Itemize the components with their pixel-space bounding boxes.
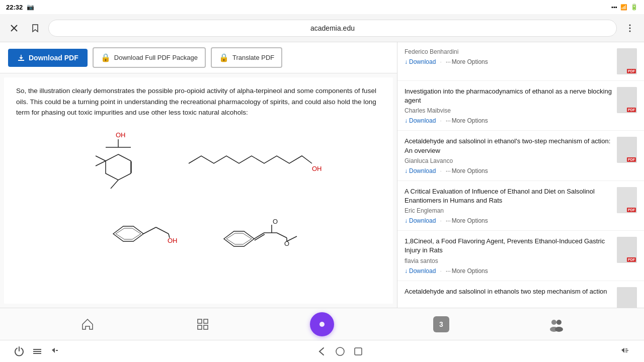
ref-1-more-btn[interactable]: ··· More Options [446, 117, 488, 124]
ref-header-thumbnail: PDF [617, 48, 637, 74]
svg-rect-50 [355, 348, 362, 355]
status-bar: 22:32 📷 ▪▪▪ 📶 🔋 [0, 0, 644, 14]
ref-2-download-btn[interactable]: ↓ Download [405, 167, 436, 174]
refs-panel: Federico Benhardini ↓ Download · ··· Mor… [397, 42, 644, 308]
ref-4-download-btn[interactable]: ↓ Download [405, 267, 436, 275]
ref-2-author: Gianluca Lavanco [405, 157, 612, 164]
ref-4-title: 1,8Cineol, a Food Flavoring Agent, Preve… [405, 237, 612, 255]
power-button[interactable] [10, 342, 28, 360]
home-nav-button[interactable] [331, 342, 349, 360]
time-display: 22:32 [6, 4, 23, 11]
svg-line-20 [143, 227, 156, 234]
svg-rect-37 [198, 325, 202, 329]
svg-rect-35 [198, 319, 202, 323]
svg-marker-19 [116, 228, 141, 239]
molecule-2-svg: OH [184, 146, 325, 176]
svg-point-3 [629, 27, 631, 29]
svg-point-40 [551, 320, 556, 325]
ref-4-more-btn[interactable]: ··· More Options [446, 267, 488, 275]
pdf-paragraph: So, the illustration clearly demonstrate… [16, 85, 381, 118]
pdf-toolbar: Download PDF 🔒 Download Full PDF Package… [0, 42, 397, 73]
svg-marker-12 [106, 154, 131, 180]
users-icon[interactable] [548, 316, 565, 332]
ref-2-title: Acetaldehyde and salsolinol in ethanol's… [405, 137, 612, 155]
ref-3-title: A Critical Evaluation of Influence of Et… [405, 187, 612, 205]
tabs-count: 3 [439, 320, 443, 328]
svg-line-14 [111, 180, 118, 189]
dock-users-item[interactable] [548, 316, 565, 332]
translate-label: Translate PDF [232, 54, 274, 61]
svg-rect-38 [204, 325, 208, 329]
ref-5-title: Acetaldehyde and salsolinol in ethanols … [405, 287, 612, 296]
download-full-label: Download Full PDF Package [114, 54, 198, 61]
download-full-button[interactable]: 🔒 Download Full PDF Package [93, 47, 206, 68]
home-icon[interactable] [79, 316, 96, 332]
layers-button[interactable] [28, 342, 46, 360]
ref-1-download-btn[interactable]: ↓ Download [405, 117, 436, 124]
dock-home-item[interactable] [79, 316, 96, 332]
dock-tabs-item[interactable]: 3 [433, 316, 449, 332]
browser-menu-button[interactable] [622, 20, 638, 36]
svg-point-39 [319, 322, 325, 327]
close-button[interactable] [6, 20, 22, 36]
ref-3-download-btn[interactable]: ↓ Download [405, 217, 436, 224]
address-bar[interactable]: academia.edu [48, 20, 617, 37]
svg-marker-25 [226, 233, 252, 244]
svg-line-16 [96, 161, 106, 166]
svg-text:OH: OH [116, 131, 126, 139]
download-arrow-icon: ↓ [405, 58, 408, 65]
ref-item-3: A Critical Evaluation of Influence of Et… [397, 181, 644, 231]
ref-item-2: Acetaldehyde and salsolinol in ethanol's… [397, 131, 644, 180]
svg-point-43 [555, 327, 563, 332]
ref-4-thumbnail: PDF [617, 237, 637, 263]
camera-button[interactable] [310, 312, 334, 336]
ref-header-more-btn[interactable]: ··· More Options [446, 58, 488, 65]
recent-apps-button[interactable] [349, 342, 367, 360]
lock-icon-translate: 🔒 [219, 53, 229, 62]
translate-button[interactable]: 🔒 Translate PDF [211, 47, 282, 68]
ref-2-more-btn[interactable]: ··· More Options [446, 167, 488, 174]
ref-5-thumbnail: PDF [617, 287, 637, 308]
ref-3-more-btn[interactable]: ··· More Options [446, 217, 488, 224]
ref-header-author: Federico Benhardini [405, 48, 612, 55]
back-button[interactable] [313, 342, 331, 360]
svg-point-4 [629, 30, 631, 32]
download-pdf-label: Download PDF [29, 54, 78, 62]
svg-text:OH: OH [168, 237, 178, 244]
svg-rect-6 [18, 60, 24, 61]
ref-2-thumbnail: PDF [617, 137, 637, 163]
main-content: Download PDF 🔒 Download Full PDF Package… [0, 42, 644, 308]
status-bar-left: 22:32 📷 [6, 4, 34, 11]
svg-line-31 [277, 233, 287, 238]
app-dock: 3 [0, 308, 644, 340]
dock-apps-item[interactable] [195, 316, 211, 332]
download-arrow-icon-1: ↓ [405, 117, 408, 124]
svg-line-34 [287, 236, 297, 241]
svg-line-15 [96, 156, 106, 161]
battery-icon: 🔋 [630, 4, 638, 11]
svg-line-21 [156, 227, 169, 234]
svg-point-49 [336, 347, 344, 355]
dock-camera-item[interactable] [310, 312, 334, 336]
ref-header-download-btn[interactable]: ↓ Download [405, 58, 436, 65]
ref-item-4: 1,8Cineol, a Food Flavoring Agent, Preve… [397, 231, 644, 281]
video-icon: 📷 [27, 4, 34, 11]
molecule-1-svg: OH [73, 128, 153, 194]
apps-grid-icon[interactable] [195, 316, 211, 332]
molecule-3-svg: OH [88, 204, 179, 264]
vol-up-button[interactable] [616, 342, 634, 360]
domain-text: academia.edu [310, 24, 355, 32]
pdf-badge: PDF [627, 69, 636, 73]
android-nav-bar [0, 340, 644, 362]
molecule-4-svg: O O [209, 204, 309, 264]
ref-header-actions: ↓ Download · ··· More Options [405, 58, 612, 65]
vol-down-button[interactable] [46, 342, 64, 360]
diagram-row-1: OH [73, 128, 325, 194]
download-pdf-button[interactable]: Download PDF [8, 49, 88, 67]
ref-item-header: Federico Benhardini ↓ Download · ··· Mor… [397, 42, 644, 81]
bookmark-button[interactable] [27, 20, 43, 36]
download-arrow-icon-3: ↓ [405, 217, 408, 224]
ref-3-thumbnail: PDF [617, 187, 637, 213]
chemistry-diagrams: OH [16, 128, 381, 264]
ref-item-1: Investigation into the pharmacodynamics … [397, 81, 644, 131]
